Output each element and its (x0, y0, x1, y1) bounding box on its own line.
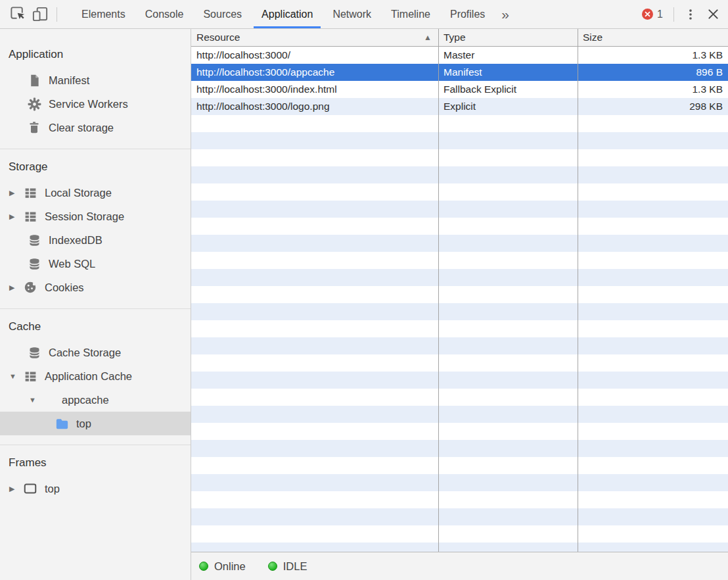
column-resizer[interactable] (578, 29, 578, 552)
resource-row[interactable]: http://localhost:3000/index.htmlFallback… (191, 81, 728, 98)
sidebar-item-clear-storage[interactable]: Clear storage (0, 116, 191, 139)
size-cell (578, 269, 728, 286)
type-cell (438, 286, 578, 303)
column-header-label: Resource (196, 32, 240, 43)
close-icon (706, 7, 720, 21)
resource-row[interactable]: http://localhost:3000/appcacheManifest89… (191, 64, 728, 81)
sidebar-item-local-storage[interactable]: ▶Local Storage (0, 181, 191, 205)
sidebar-item-application-cache[interactable]: ▼Application Cache (0, 364, 191, 388)
tree-expanded-icon[interactable]: ▼ (29, 396, 42, 404)
status-idle: IDLE (268, 560, 307, 573)
size-cell (578, 320, 728, 337)
more-tabs-icon[interactable]: » (495, 7, 516, 21)
tree-expanded-icon[interactable]: ▼ (9, 372, 22, 380)
sidebar-item-label: Cache Storage (49, 347, 121, 359)
empty-row (191, 115, 728, 132)
empty-row (191, 525, 728, 543)
sidebar-section-title-application: Application (0, 46, 191, 63)
tree-collapsed-icon[interactable]: ▶ (9, 212, 22, 221)
table-icon (22, 370, 38, 383)
size-cell (578, 303, 728, 320)
sidebar-item-service-workers[interactable]: Service Workers (0, 92, 191, 116)
cookie-icon (22, 280, 38, 295)
type-cell (438, 235, 578, 252)
table-icon (22, 210, 38, 224)
sidebar-item-indexeddb[interactable]: IndexedDB (0, 228, 191, 252)
column-header-type[interactable]: Type (438, 29, 578, 46)
resource-cell (191, 252, 438, 269)
close-devtools-button[interactable] (702, 3, 724, 26)
type-cell (438, 269, 578, 286)
devtools-menu-button[interactable] (679, 3, 702, 26)
error-counter[interactable]: 1 (637, 9, 668, 20)
column-header-size[interactable]: Size (578, 29, 728, 46)
document-icon (26, 74, 42, 87)
tab-network[interactable]: Network (325, 0, 379, 28)
toggle-device-toolbar-button[interactable] (29, 3, 51, 26)
sidebar-item-session-storage[interactable]: ▶Session Storage (0, 205, 191, 228)
type-cell (438, 132, 578, 149)
sidebar-item-top[interactable]: ▶top (0, 477, 191, 500)
inspect-element-button[interactable] (7, 3, 29, 26)
kebab-menu-icon (683, 7, 698, 22)
sidebar-item-cache-storage[interactable]: Cache Storage (0, 341, 191, 364)
tab-sources[interactable]: Sources (195, 0, 250, 28)
tree-collapsed-icon[interactable]: ▶ (9, 189, 22, 197)
empty-row (191, 269, 728, 286)
frame-icon (22, 481, 38, 496)
size-cell (578, 406, 728, 423)
sidebar-item-label: Manifest (49, 74, 89, 87)
empty-row (191, 406, 728, 423)
database-icon (26, 257, 42, 271)
type-cell (438, 320, 578, 337)
column-header-resource[interactable]: Resource▲ (191, 29, 438, 46)
column-resizer[interactable] (438, 29, 439, 552)
size-cell (578, 525, 728, 543)
tree-collapsed-icon[interactable]: ▶ (9, 485, 22, 493)
sidebar-item-label: IndexedDB (49, 234, 102, 247)
sidebar-item-cookies[interactable]: ▶Cookies (0, 276, 191, 299)
panel-tabs: ElementsConsoleSourcesApplicationNetwork… (72, 0, 495, 28)
tab-timeline[interactable]: Timeline (383, 0, 438, 28)
size-cell (578, 354, 728, 372)
type-cell (438, 525, 578, 543)
resource-cell: http://localhost:3000/logo.png (191, 98, 438, 115)
gear-icon (26, 97, 42, 112)
tab-elements[interactable]: Elements (74, 0, 133, 28)
sidebar-item-top[interactable]: top (0, 412, 191, 435)
sidebar-item-manifest[interactable]: Manifest (0, 68, 191, 92)
resource-row[interactable]: http://localhost:3000/Master1.3 KB (191, 47, 728, 64)
empty-row (191, 303, 728, 320)
tab-console[interactable]: Console (137, 0, 192, 28)
empty-row (191, 337, 728, 354)
resource-cell: http://localhost:3000/ (191, 47, 438, 64)
toolbar-divider (673, 7, 674, 22)
sidebar-item-appcache[interactable]: ▼appcache (0, 388, 191, 412)
type-cell (438, 183, 578, 201)
resource-row[interactable]: http://localhost:3000/logo.pngExplicit29… (191, 98, 728, 115)
sidebar-item-web-sql[interactable]: Web SQL (0, 252, 191, 276)
tab-application[interactable]: Application (254, 0, 321, 28)
status-online: Online (199, 560, 246, 573)
type-cell (438, 218, 578, 235)
tree-collapsed-icon[interactable]: ▶ (9, 283, 22, 292)
error-badge-icon (642, 9, 653, 20)
devtools-toolbar: ElementsConsoleSourcesApplicationNetwork… (0, 0, 728, 29)
resource-cell (191, 269, 438, 286)
empty-row (191, 354, 728, 372)
resource-cell (191, 166, 438, 183)
empty-row (191, 508, 728, 525)
tab-profiles[interactable]: Profiles (442, 0, 493, 28)
resource-cell (191, 457, 438, 474)
type-cell (438, 303, 578, 320)
database-icon (26, 233, 42, 247)
inspect-cursor-icon (9, 5, 27, 23)
size-cell: 896 B (578, 64, 728, 81)
empty-row (191, 491, 728, 508)
empty-row (191, 252, 728, 269)
folder-icon (54, 416, 70, 431)
error-count: 1 (657, 9, 663, 20)
type-cell (438, 372, 578, 389)
empty-row (191, 474, 728, 491)
device-toolbar-icon (32, 5, 49, 23)
